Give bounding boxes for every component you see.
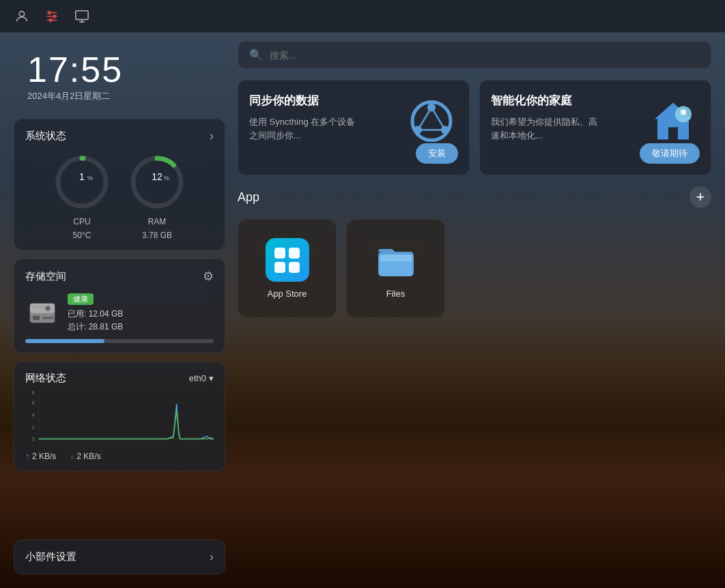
network-interface-selector[interactable]: eth0 ▾ [189,373,214,383]
download-value: 2 KB/s [76,452,100,461]
user-icon[interactable] [14,8,30,25]
gear-icon[interactable]: ⚙ [203,269,214,284]
search-icon: 🔍 [249,48,263,61]
download-stat: ↓ 2 KB/s [70,452,100,461]
svg-rect-19 [30,304,55,313]
svg-line-41 [418,108,431,130]
svg-text:%: % [164,175,169,181]
clock-time: 17:55 [27,52,212,87]
smart-home-card: 智能化你的家庭 我们希望为你提供隐私、高速和本地化... 敬请期待 [479,80,711,175]
storage-row: 健康 已用: 12.04 GB 总计: 28.81 GB [25,292,214,334]
svg-line-39 [431,108,445,130]
widget-settings-btn[interactable]: 小部件设置 › [14,540,225,574]
cpu-gauge: 1 % CPU 50°C [51,151,113,240]
ram-gauge: 12 % RAM 3.78 GB [126,151,188,240]
apps-title: App [238,190,259,205]
svg-rect-24 [33,306,44,308]
upload-value: 2 KB/s [32,452,56,461]
gauges-row: 1 % CPU 50°C 12 % RAM 3.78 GB [25,151,214,240]
storage-info: 健康 已用: 12.04 GB 总计: 28.81 GB [68,292,214,334]
hdd-icon [25,296,59,330]
svg-text:4: 4 [31,412,35,418]
svg-rect-7 [76,10,88,19]
files-label: Files [386,289,405,299]
storage-bar-fill [25,339,104,343]
clock-widget: 17:55 2024年4月2日星期二 [14,41,225,111]
storage-widget: 存储空间 ⚙ 健康 已用: 12.04 GB 总计: 28.81 GB [14,259,225,353]
app-tile-files[interactable]: Files [346,219,445,318]
app-tile-appstore[interactable]: App Store [238,219,337,318]
svg-rect-47 [380,254,412,261]
system-status-widget: 系统状态 › 1 % CPU 50°C 12 [14,119,225,250]
network-chart: 0 2 4 6 8 [25,390,214,445]
svg-point-5 [53,15,56,18]
smart-home-icon [649,98,697,148]
system-status-title: 系统状态 [25,130,66,143]
svg-text:6: 6 [31,400,35,407]
svg-text:%: % [87,175,93,181]
app-grid: App Store Files [238,219,711,318]
storage-title: 存储空间 [25,270,66,283]
svg-point-0 [19,11,24,16]
feature-cards: 同步你的数据 使用 Syncthing 在多个设备之间同步你... 安装 智能化… [238,80,711,175]
network-stats: ↑ 2 KB/s ↓ 2 KB/s [25,452,214,461]
interface-name: eth0 [189,373,206,383]
smart-home-desc: 我们希望为你提供隐私、高速和本地化... [491,115,600,142]
sync-card: 同步你的数据 使用 Syncthing 在多个设备之间同步你... 安装 [238,80,470,175]
search-input[interactable] [270,50,700,61]
monitor-icon[interactable] [74,8,90,25]
svg-point-23 [46,307,49,310]
storage-total: 总计: 28.81 GB [68,321,214,334]
cpu-gauge-svg: 1 % [51,151,113,213]
storage-bar-container [25,339,214,343]
sliders-icon[interactable] [44,8,60,25]
add-app-btn[interactable]: + [690,186,711,208]
network-widget: 网络状态 eth0 ▾ 0 2 4 6 8 ↑ [14,362,225,471]
upload-stat: ↑ 2 KB/s [25,452,56,461]
svg-rect-21 [42,317,53,319]
storage-used: 已用: 12.04 GB [68,308,214,321]
clock-date: 2024年4月2日星期二 [27,90,212,102]
svg-rect-20 [33,316,40,320]
system-status-arrow[interactable]: › [210,129,214,143]
search-bar: 🔍 [238,41,711,69]
ram-gauge-svg: 12 % [126,151,188,213]
svg-point-44 [681,110,686,115]
syncthing-icon [408,98,455,148]
svg-text:12: 12 [152,171,162,182]
appstore-icon [266,238,309,282]
svg-text:0: 0 [31,437,35,443]
topbar [0,0,725,33]
storage-header: 存储空间 ⚙ [25,269,214,284]
widget-settings-arrow: › [210,550,214,564]
svg-text:2: 2 [31,424,34,430]
svg-point-10 [58,158,106,206]
svg-point-4 [48,11,51,14]
right-panel: 🔍 同步你的数据 使用 Syncthing 在多个设备之间同步你... 安装 [238,41,711,574]
network-title: 网络状态 [25,372,66,385]
appstore-label: App Store [268,289,307,299]
system-status-header: 系统状态 › [25,129,214,143]
ram-label: RAM [148,217,167,226]
chevron-down-icon: ▾ [209,373,214,383]
download-icon: ↓ [70,452,74,461]
left-panel: 17:55 2024年4月2日星期二 系统状态 › 1 % CPU 50°C [14,41,225,574]
svg-text:8: 8 [31,390,35,396]
upload-icon: ↑ [25,452,29,461]
widget-settings-label: 小部件设置 [25,550,76,563]
files-icon [374,238,418,282]
svg-text:1: 1 [79,171,85,182]
app-section-header: App + [238,186,711,208]
storage-badge: 健康 [68,293,94,305]
sync-card-desc: 使用 Syncthing 在多个设备之间同步你... [249,115,358,142]
svg-point-6 [49,18,52,21]
network-header: 网络状态 eth0 ▾ [25,372,214,385]
cpu-temp: 50°C [73,231,91,240]
cpu-label: CPU [73,217,90,226]
ram-value: 3.78 GB [142,231,172,240]
